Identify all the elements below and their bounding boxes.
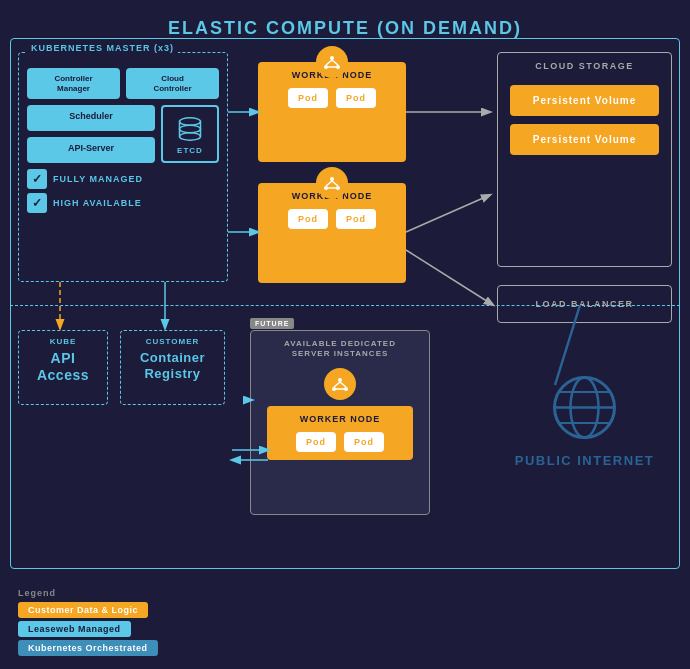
svg-line-6 — [326, 60, 332, 65]
legend: Legend Customer Data & Logic Leaseweb Ma… — [18, 588, 158, 659]
kube-api-box: KUBE APIAccess — [18, 330, 108, 405]
worker-node-3-pod-1: Pod — [296, 432, 336, 452]
worker-node-2: WORKER NODE Pod Pod — [258, 183, 406, 283]
worker-node-2-pods: Pod Pod — [258, 205, 406, 237]
dedicated-label: AVAILABLE DEDICATEDSERVER INSTANCES — [251, 331, 429, 360]
dedicated-server-box: AVAILABLE DEDICATEDSERVER INSTANCES WORK… — [250, 330, 430, 515]
k8s-master-label: KUBERNETES MASTER (x3) — [27, 43, 178, 53]
public-internet-label: PUBLIC INTERNET — [507, 453, 662, 470]
worker-node-1-pod-1: Pod — [288, 88, 328, 108]
legend-title: Legend — [18, 588, 158, 598]
svg-point-9 — [330, 177, 334, 181]
diagram-container: ELASTIC COMPUTE (ON DEMAND) KUBERNETES M… — [0, 0, 690, 669]
svg-line-19 — [340, 382, 346, 387]
fully-managed-text: FULLY MANAGED — [53, 174, 143, 184]
controller-manager-btn: ControllerManager — [27, 68, 120, 99]
high-available-check: ✓ — [27, 193, 47, 213]
svg-point-0 — [180, 117, 201, 125]
svg-line-7 — [332, 60, 338, 65]
scheduler-btn: Scheduler — [27, 105, 155, 131]
legend-teal-box: Kubernetes Orchestrated — [18, 640, 158, 656]
svg-point-1 — [180, 125, 201, 133]
legend-blue-box: Leaseweb Managed — [18, 621, 131, 637]
master-grid: ControllerManager CloudController Schedu… — [27, 68, 219, 217]
ec-circle-1 — [316, 46, 348, 78]
legend-item-3: Kubernetes Orchestrated — [18, 640, 158, 656]
legend-orange-box: Customer Data & Logic — [18, 602, 148, 618]
api-server-btn: API-Server — [27, 137, 155, 163]
svg-line-12 — [326, 181, 332, 186]
cloud-controller-btn: CloudController — [126, 68, 219, 99]
cloud-storage-box: CLOUD STORAGE Persistent Volume Persiste… — [497, 52, 672, 267]
globe-icon — [507, 370, 662, 453]
svg-point-2 — [180, 132, 201, 140]
pv2-btn: Persistent Volume — [510, 124, 659, 155]
kube-top-label: KUBE — [19, 331, 107, 346]
cloud-storage-label: CLOUD STORAGE — [498, 53, 671, 77]
load-balancer-box: LOAD BALANCER — [497, 285, 672, 323]
legend-item-2: Leaseweb Managed — [18, 621, 158, 637]
fully-managed-check: ✓ — [27, 169, 47, 189]
k8s-master-box: KUBERNETES MASTER (x3) ControllerManager… — [18, 52, 228, 282]
customer-top-label: CUSTOMER — [121, 331, 224, 346]
master-row-2: Scheduler API-Server ETCD — [27, 105, 219, 163]
worker-node-1-pods: Pod Pod — [258, 84, 406, 116]
worker-node-1: WORKER NODE Pod Pod — [258, 62, 406, 162]
etcd-icon: ETCD — [161, 105, 219, 163]
customer-main-label: ContainerRegistry — [121, 350, 224, 381]
master-row-1: ControllerManager CloudController — [27, 68, 219, 99]
load-balancer-label: LOAD BALANCER — [536, 299, 634, 309]
ds-circle — [324, 368, 356, 400]
worker-node-2-pod-1: Pod — [288, 209, 328, 229]
svg-point-3 — [330, 56, 334, 60]
etcd-label: ETCD — [177, 146, 203, 155]
worker-node-3-label: WORKER NODE — [267, 406, 413, 428]
legend-item-1: Customer Data & Logic — [18, 602, 158, 618]
worker-node-3-pod-2: Pod — [344, 432, 384, 452]
ds-circle-wrapper — [251, 368, 429, 400]
future-badge: FUTURE — [250, 318, 294, 329]
customer-registry-box: CUSTOMER ContainerRegistry — [120, 330, 225, 405]
public-internet: PUBLIC INTERNET — [507, 370, 662, 470]
pv1-btn: Persistent Volume — [510, 85, 659, 116]
svg-line-13 — [332, 181, 338, 186]
worker-node-3-pods: Pod Pod — [267, 428, 413, 460]
high-available-text: HIGH AVAILABLE — [53, 198, 142, 208]
kube-main-label: APIAccess — [19, 350, 107, 384]
worker-node-2-pod-2: Pod — [336, 209, 376, 229]
svg-line-18 — [334, 382, 340, 387]
ec-circle-2 — [316, 167, 348, 199]
fully-managed-row: ✓ FULLY MANAGED — [27, 169, 219, 189]
high-available-row: ✓ HIGH AVAILABLE — [27, 193, 219, 213]
worker-node-3: WORKER NODE Pod Pod — [267, 406, 413, 460]
svg-point-15 — [338, 378, 342, 382]
worker-node-1-pod-2: Pod — [336, 88, 376, 108]
